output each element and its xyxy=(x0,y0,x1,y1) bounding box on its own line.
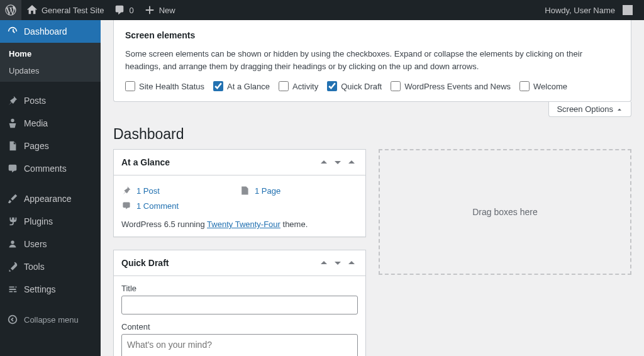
draft-title-input[interactable] xyxy=(121,296,358,314)
menu-dashboard[interactable]: Dashboard xyxy=(0,20,101,43)
screen-option-checkbox[interactable]: Site Health Status xyxy=(125,81,204,91)
checkbox-input[interactable] xyxy=(327,81,337,91)
menu-label: Appearance xyxy=(24,194,72,204)
menu-comments[interactable]: Comments xyxy=(0,157,101,180)
submenu-dashboard: Home Updates xyxy=(0,43,101,82)
draft-content-textarea[interactable] xyxy=(121,334,358,356)
collapse-icon xyxy=(6,313,19,326)
screen-option-checkbox[interactable]: Activity xyxy=(279,81,318,91)
screen-option-checkbox[interactable]: WordPress Events and News xyxy=(391,81,511,91)
checkbox-label: WordPress Events and News xyxy=(404,82,511,91)
checkbox-label: At a Glance xyxy=(227,82,270,91)
checkbox-input[interactable] xyxy=(213,81,223,91)
glance-posts-link[interactable]: 1 Post xyxy=(121,183,240,198)
menu-users[interactable]: Users xyxy=(0,233,101,255)
widget-header[interactable]: Quick Draft xyxy=(114,250,365,276)
collapse-label: Collapse menu xyxy=(24,315,79,325)
checkbox-label: Welcome xyxy=(533,82,567,91)
menu-pages[interactable]: Pages xyxy=(0,135,101,157)
menu-label: Posts xyxy=(24,96,46,106)
submenu-updates[interactable]: Updates xyxy=(0,62,101,79)
drop-zone-label: Drag boxes here xyxy=(472,207,538,217)
screen-option-checkbox[interactable]: Welcome xyxy=(519,81,567,91)
toggle-button[interactable] xyxy=(345,156,358,169)
comments-link[interactable]: 0 xyxy=(109,0,138,20)
menu-tools[interactable]: Tools xyxy=(0,255,101,278)
menu-label: Media xyxy=(24,118,48,128)
empty-widget-drop-zone[interactable]: Drag boxes here xyxy=(379,149,631,275)
move-down-button[interactable] xyxy=(331,257,344,269)
at-a-glance-widget: At a Glance 1 Post xyxy=(113,149,366,237)
chevron-up-icon xyxy=(616,106,623,113)
widget-header[interactable]: At a Glance xyxy=(114,150,365,175)
checkbox-label: Activity xyxy=(292,82,318,91)
checkbox-input[interactable] xyxy=(279,81,289,91)
admin-menu: Dashboard Home Updates Posts Media Pages… xyxy=(0,20,101,356)
menu-label: Plugins xyxy=(24,216,53,226)
menu-label: Users xyxy=(24,239,47,249)
glance-posts-label: 1 Post xyxy=(136,186,160,196)
menu-media[interactable]: Media xyxy=(0,112,101,135)
new-content-link[interactable]: New xyxy=(139,0,180,20)
screen-options-description: Some screen elements can be shown or hid… xyxy=(125,48,619,72)
menu-label: Tools xyxy=(24,262,45,272)
wordpress-icon xyxy=(5,4,16,16)
admin-toolbar: General Test Site 0 New Howdy, User Name xyxy=(0,0,644,20)
move-up-button[interactable] xyxy=(318,257,330,269)
main-content: Screen elements Some screen elements can… xyxy=(101,20,644,356)
menu-label: Comments xyxy=(24,164,67,174)
page-icon xyxy=(240,186,250,196)
howdy-label: Howdy, User Name xyxy=(545,6,615,15)
comments-count: 0 xyxy=(129,6,133,15)
widget-title: Quick Draft xyxy=(121,258,169,268)
plugin-icon xyxy=(6,215,19,228)
screen-options-tab-label: Screen Options xyxy=(557,104,613,114)
glance-version: WordPress 6.5 running Twenty Twenty-Four… xyxy=(121,213,358,229)
media-icon xyxy=(6,117,19,130)
move-up-button[interactable] xyxy=(318,156,330,169)
menu-posts[interactable]: Posts xyxy=(0,89,101,112)
page-icon xyxy=(6,140,19,152)
comment-icon xyxy=(114,4,125,16)
screen-options-tab[interactable]: Screen Options xyxy=(548,102,631,117)
site-name-link[interactable]: General Test Site xyxy=(21,0,109,20)
checkbox-input[interactable] xyxy=(391,81,401,91)
glance-comments-label: 1 Comment xyxy=(136,201,179,211)
collapse-menu[interactable]: Collapse menu xyxy=(0,308,101,331)
checkbox-input[interactable] xyxy=(125,81,135,91)
glance-comments-link[interactable]: 1 Comment xyxy=(121,198,240,213)
move-down-button[interactable] xyxy=(331,156,344,169)
title-label: Title xyxy=(121,284,358,293)
menu-appearance[interactable]: Appearance xyxy=(0,187,101,210)
brush-icon xyxy=(6,192,19,205)
widget-title: At a Glance xyxy=(121,157,170,167)
glance-pages-label: 1 Page xyxy=(255,186,280,196)
site-name-label: General Test Site xyxy=(42,6,104,15)
pin-icon xyxy=(121,186,131,196)
menu-settings[interactable]: Settings xyxy=(0,278,101,301)
checkbox-input[interactable] xyxy=(519,81,530,91)
checkbox-label: Site Health Status xyxy=(139,82,204,91)
toggle-button[interactable] xyxy=(345,257,358,269)
page-title: Dashboard xyxy=(113,117,631,149)
menu-label: Dashboard xyxy=(24,26,67,36)
home-icon xyxy=(26,4,38,16)
menu-plugins[interactable]: Plugins xyxy=(0,210,101,233)
menu-label: Pages xyxy=(24,141,49,151)
screen-options-checkboxes: Site Health StatusAt a GlanceActivityQui… xyxy=(125,81,619,91)
pin-icon xyxy=(6,94,19,107)
glance-pages-link[interactable]: 1 Page xyxy=(240,183,358,198)
screen-option-checkbox[interactable]: At a Glance xyxy=(213,81,270,91)
checkbox-label: Quick Draft xyxy=(341,82,382,91)
avatar xyxy=(623,5,633,15)
my-account-link[interactable]: Howdy, User Name xyxy=(540,0,638,20)
theme-link[interactable]: Twenty Twenty-Four xyxy=(207,220,280,229)
screen-option-checkbox[interactable]: Quick Draft xyxy=(327,81,382,91)
menu-label: Settings xyxy=(24,284,56,294)
wrench-icon xyxy=(6,260,19,273)
submenu-home[interactable]: Home xyxy=(0,45,101,62)
content-label: Content xyxy=(121,322,358,331)
screen-options-heading: Screen elements xyxy=(125,30,619,40)
plus-icon xyxy=(144,4,155,16)
wp-logo[interactable] xyxy=(0,0,21,20)
